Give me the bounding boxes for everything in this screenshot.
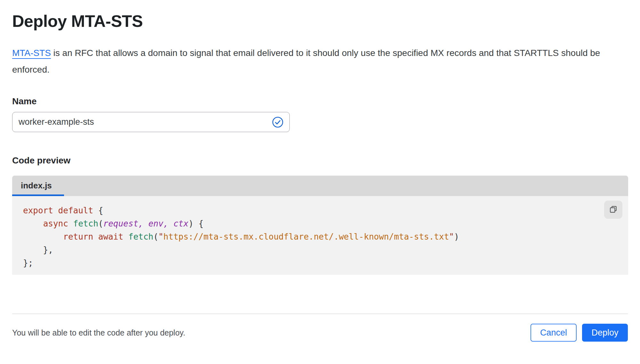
deploy-mta-sts-page: Deploy MTA-STS MTA-STS is an RFC that al… (0, 12, 640, 364)
deploy-button[interactable]: Deploy (582, 324, 628, 342)
code-area: export default { async fetch(request, en… (12, 196, 628, 275)
tab-label: index.js (12, 176, 52, 195)
code-block: export default { async fetch(request, en… (12, 196, 628, 270)
copy-code-button[interactable] (604, 201, 622, 219)
page-title: Deploy MTA-STS (12, 12, 628, 31)
code-tabbar: index.js (12, 176, 628, 196)
footer-note: You will be able to edit the code after … (12, 328, 185, 337)
copy-icon (609, 205, 618, 215)
footer: You will be able to edit the code after … (12, 324, 628, 342)
circle-check-icon (272, 116, 284, 128)
mta-sts-link[interactable]: MTA-STS (12, 48, 51, 58)
page-description: MTA-STS is an RFC that allows a domain t… (12, 45, 620, 78)
name-input[interactable] (12, 112, 290, 132)
name-input-wrap (12, 112, 290, 132)
tab-index-js[interactable]: index.js (12, 176, 64, 196)
cancel-button[interactable]: Cancel (531, 324, 577, 342)
name-label: Name (12, 96, 628, 107)
code-preview-label: Code preview (12, 155, 628, 166)
footer-divider (12, 313, 628, 314)
page-description-text: is an RFC that allows a domain to signal… (12, 48, 600, 75)
footer-actions: Cancel Deploy (531, 324, 628, 342)
